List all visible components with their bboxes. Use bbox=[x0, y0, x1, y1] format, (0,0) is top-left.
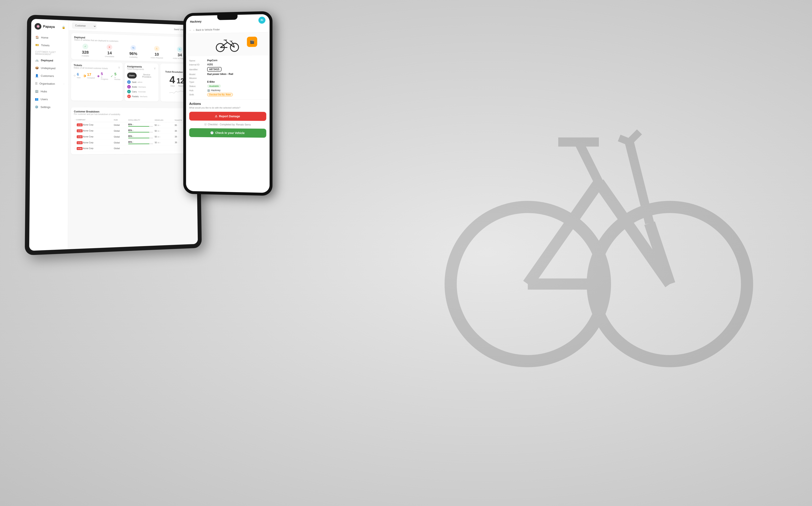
breakdown-thead: ↑ COMPANY HUB AVAILABILITY VEHICLES TICK… bbox=[74, 118, 191, 122]
days-label: Days bbox=[170, 85, 175, 87]
assignments-chevron-icon: ∨ bbox=[154, 66, 156, 70]
vehicle-model: Rad power bikes - Rad bbox=[207, 73, 233, 76]
mission-label: Mission bbox=[189, 77, 207, 79]
assign-item-pardels: P Pardels Mechanic bbox=[127, 94, 156, 99]
resolution-chart bbox=[169, 89, 185, 95]
svg-line-24 bbox=[231, 41, 232, 41]
hub-cell: Global bbox=[113, 146, 128, 151]
sidebar-item-undeployed[interactable]: 📦 Undeployed bbox=[32, 64, 67, 72]
internal-id-label: Internal ID: bbox=[189, 63, 207, 66]
damage-icon: ⚠ bbox=[215, 115, 217, 118]
avail-bar: 85% ↑ bbox=[128, 135, 153, 137]
avail-bar: 85% ↑ bbox=[128, 123, 153, 125]
bicycle-decoration bbox=[406, 0, 812, 506]
vehicles-cell: 50 38 ↑ bbox=[154, 134, 174, 140]
phone-content: ← ← Back to Vehicle Finder bbox=[186, 25, 269, 193]
sidebar-item-settings[interactable]: ⚙️ Settings bbox=[32, 103, 67, 111]
chevron-right-icon: › bbox=[64, 83, 64, 85]
check-in-button[interactable]: 🕐 Check In your Vehicle bbox=[189, 128, 266, 138]
vehicles-cell: 50 38 ↑ bbox=[154, 128, 174, 134]
tab-service-providers[interactable]: Service Providers bbox=[137, 73, 156, 79]
row-chevron-icon: › bbox=[75, 147, 75, 150]
row-chevron-icon: › bbox=[75, 136, 75, 138]
users-icon: 👥 bbox=[35, 97, 39, 101]
status-badge: Available bbox=[207, 84, 221, 88]
avail-cell: 85% ↑ bbox=[128, 134, 154, 140]
sort-icon: ↑ bbox=[75, 119, 76, 121]
detail-hub-row: Hub: 🏢 Hackney bbox=[189, 88, 266, 92]
tablet-device: 🌸 Papaya 🔒 🏠 Home 🎫 Tickets Customer bbox=[25, 15, 202, 255]
sidebar-item-settings-label: Settings bbox=[41, 105, 51, 109]
detail-identifier-row: Identifier: A873415 bbox=[189, 66, 266, 72]
table-row: › ACME Acme Corp Global 85% ↑ bbox=[74, 134, 192, 140]
available-label: Available bbox=[82, 55, 89, 57]
col-availability: AVAILABILITY bbox=[127, 118, 154, 122]
middle-cards-row: Tickets Status of all received customer … bbox=[71, 61, 194, 102]
col-hub: HUB bbox=[113, 118, 127, 122]
col-company: ↑ COMPANY bbox=[74, 118, 113, 122]
report-damage-button[interactable]: ⚠ Report Damage bbox=[189, 112, 266, 121]
in-progress-label: In Progress bbox=[101, 76, 108, 80]
sidebar-item-home[interactable]: 🏠 Home bbox=[33, 33, 67, 42]
unavailable-count: 14 bbox=[107, 51, 112, 55]
ticket-stats: ○ 6 New ◑ 17 bbox=[73, 71, 120, 80]
logo-text: Papaya bbox=[43, 25, 55, 29]
avail-bar: 85% ↑ bbox=[128, 129, 153, 132]
carry-role: Associate bbox=[138, 91, 146, 93]
name-label: Name: bbox=[189, 59, 207, 62]
tickets-card-header: Tickets Status of all received customer … bbox=[74, 64, 121, 70]
in-review-icon: ✓ bbox=[110, 74, 113, 78]
svg-line-15 bbox=[220, 43, 227, 48]
sidebar-item-home-label: Home bbox=[41, 36, 48, 39]
breakdown-header: Customer Breakdown Per customer and per … bbox=[74, 110, 191, 116]
tab-users[interactable]: Users bbox=[127, 72, 137, 79]
assign-item-santi: S Santi admin bbox=[127, 80, 156, 85]
sidebar-item-hubs-label: Hubs bbox=[41, 90, 47, 93]
actions-section: Actions What would you like to do with t… bbox=[186, 99, 269, 140]
sidebar-logo: 🌸 Papaya 🔒 bbox=[31, 23, 69, 35]
undeployed-icon: 📦 bbox=[35, 66, 39, 70]
in-review-label: In Review bbox=[114, 76, 120, 80]
company-logo: ACME bbox=[77, 123, 83, 126]
sidebar-item-customers[interactable]: 👤 Customers bbox=[32, 72, 67, 80]
hub-cell: Global bbox=[113, 140, 128, 146]
type-label: Type: bbox=[189, 81, 207, 83]
santi-role: admin bbox=[138, 81, 143, 83]
sidebar-item-organisation[interactable]: ☰ Organisation › bbox=[32, 80, 67, 87]
svg-line-11 bbox=[629, 132, 640, 142]
andre-name: Andre bbox=[132, 86, 137, 88]
sidebar-item-deployed-label: Deployed bbox=[41, 59, 53, 62]
pardels-role: Mechanic bbox=[140, 96, 147, 98]
clock-icon: 🕐 bbox=[210, 131, 214, 134]
vehicle-type: E-Bike bbox=[207, 80, 215, 83]
dashboard: Deployed Status of vehicles that are dep… bbox=[68, 30, 198, 249]
ticket-new: ○ 6 New bbox=[73, 71, 80, 80]
sidebar-item-users[interactable]: 👥 Users bbox=[32, 95, 67, 103]
carry-name: Carry bbox=[132, 90, 137, 93]
svg-line-5 bbox=[579, 142, 599, 183]
santi-avatar: S bbox=[127, 80, 131, 84]
action-progress-icon: ↻ bbox=[177, 47, 182, 52]
hub-cell: Global bbox=[113, 122, 127, 128]
detail-shift-row: Shift: Checked Out By: Rider bbox=[189, 92, 266, 97]
sidebar: 🌸 Papaya 🔒 🏠 Home 🎫 Tickets Customer bbox=[29, 19, 69, 251]
avail-bar-bg bbox=[128, 138, 153, 138]
sidebar-item-tickets[interactable]: 🎫 Tickets bbox=[33, 41, 67, 50]
tickets-card: Tickets Status of all received customer … bbox=[71, 61, 123, 101]
sidebar-item-hubs[interactable]: 🏢 Hubs bbox=[32, 87, 67, 95]
trend-up-icon: ↑ bbox=[133, 123, 134, 125]
customer-filter-select[interactable]: Customer bbox=[72, 22, 96, 29]
phone-screen: Hackney Ri ← ← Back to Vehicle Finder bbox=[186, 14, 269, 193]
breakdown-header-row: ↑ COMPANY HUB AVAILABILITY VEHICLES TICK… bbox=[74, 118, 191, 122]
pardels-name: Pardels bbox=[132, 95, 139, 98]
lock-icon: 🔒 bbox=[62, 25, 65, 29]
sidebar-item-deployed[interactable]: 🚲 Deployed bbox=[33, 56, 67, 64]
company-cell: › ACME Acme Corp bbox=[74, 140, 113, 146]
table-row: › ACME Acme Corp Global 85% ↑ bbox=[74, 140, 192, 146]
actions-subtitle: What would you like to do with the selec… bbox=[189, 106, 266, 109]
resolution-days: 4 bbox=[169, 74, 175, 85]
company-logo: ACME bbox=[77, 130, 83, 132]
availability-icon: % bbox=[131, 45, 136, 51]
company-cell: › ACME Acme Corp bbox=[74, 122, 113, 128]
hub-label: Hub: bbox=[189, 89, 207, 91]
